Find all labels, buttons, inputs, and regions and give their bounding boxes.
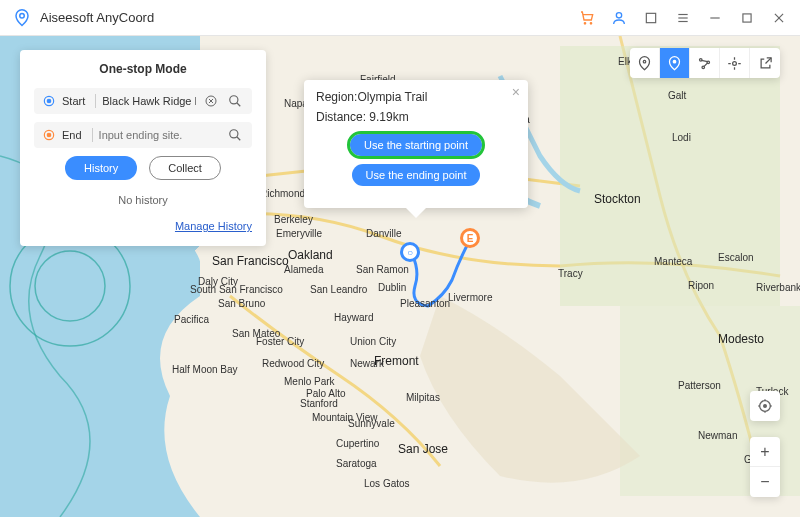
svg-point-26 — [230, 130, 238, 138]
svg-point-25 — [47, 133, 51, 137]
manage-history-link[interactable]: Manage History — [34, 220, 252, 232]
window-restore-icon[interactable] — [642, 9, 660, 27]
svg-rect-9 — [743, 13, 751, 21]
end-label: End — [62, 129, 82, 141]
start-label: Start — [62, 95, 85, 107]
svg-point-2 — [590, 22, 591, 23]
mode-joystick-icon[interactable] — [720, 48, 750, 78]
cart-icon[interactable] — [578, 9, 596, 27]
mode-multistop-icon[interactable] — [690, 48, 720, 78]
end-marker-icon — [42, 128, 56, 142]
app-logo-icon — [12, 8, 32, 28]
collect-button[interactable]: Collect — [149, 156, 221, 180]
tooltip-close-icon[interactable]: × — [512, 84, 520, 100]
svg-point-22 — [230, 96, 238, 104]
map-canvas[interactable]: NapaFairfieldElk GroveGaltLodiStocktonTr… — [0, 36, 800, 517]
no-history-text: No history — [34, 194, 252, 206]
use-ending-point-button[interactable]: Use the ending point — [352, 164, 481, 186]
svg-point-29 — [673, 60, 676, 63]
clear-start-icon[interactable] — [202, 92, 220, 110]
start-input[interactable] — [102, 95, 196, 107]
user-icon[interactable] — [610, 9, 628, 27]
tooltip-distance: Distance: 9.19km — [316, 110, 516, 124]
svg-point-39 — [764, 405, 767, 408]
svg-rect-15 — [560, 46, 780, 306]
location-tooltip: × Region:Olympia Trail Distance: 9.19km … — [304, 80, 528, 208]
end-input-row: End — [34, 122, 252, 148]
maximize-icon[interactable] — [738, 9, 756, 27]
tooltip-region: Region:Olympia Trail — [316, 90, 516, 104]
app-title: Aiseesoft AnyCoord — [40, 10, 578, 25]
zoom-out-button[interactable]: − — [750, 467, 780, 497]
search-end-icon[interactable] — [226, 126, 244, 144]
end-input[interactable] — [99, 129, 220, 141]
minimize-icon[interactable] — [706, 9, 724, 27]
zoom-controls: + − — [750, 437, 780, 497]
one-stop-panel: One-stop Mode Start End — [20, 50, 266, 246]
history-button[interactable]: History — [65, 156, 137, 180]
svg-point-33 — [733, 61, 737, 65]
mode-toolbar — [630, 48, 780, 78]
start-marker-icon — [42, 94, 56, 108]
close-icon[interactable] — [770, 9, 788, 27]
svg-point-18 — [47, 99, 51, 103]
search-start-icon[interactable] — [226, 92, 244, 110]
menu-icon[interactable] — [674, 9, 692, 27]
svg-rect-4 — [646, 13, 655, 22]
mode-pin-icon[interactable] — [630, 48, 660, 78]
svg-point-1 — [584, 22, 585, 23]
title-bar: Aiseesoft AnyCoord — [0, 0, 800, 36]
svg-point-3 — [616, 12, 621, 17]
svg-line-23 — [237, 103, 241, 107]
mode-export-icon[interactable] — [750, 48, 780, 78]
zoom-in-button[interactable]: + — [750, 437, 780, 467]
svg-point-28 — [643, 60, 646, 63]
svg-point-0 — [20, 13, 25, 18]
end-pin-icon[interactable]: E — [460, 228, 480, 248]
use-starting-point-button[interactable]: Use the starting point — [350, 134, 482, 156]
start-pin-icon[interactable]: ○ — [400, 242, 420, 262]
panel-title: One-stop Mode — [34, 62, 252, 76]
start-input-row: Start — [34, 88, 252, 114]
recenter-button[interactable] — [750, 391, 780, 421]
mode-onestop-icon[interactable] — [660, 48, 690, 78]
svg-line-27 — [237, 137, 241, 141]
